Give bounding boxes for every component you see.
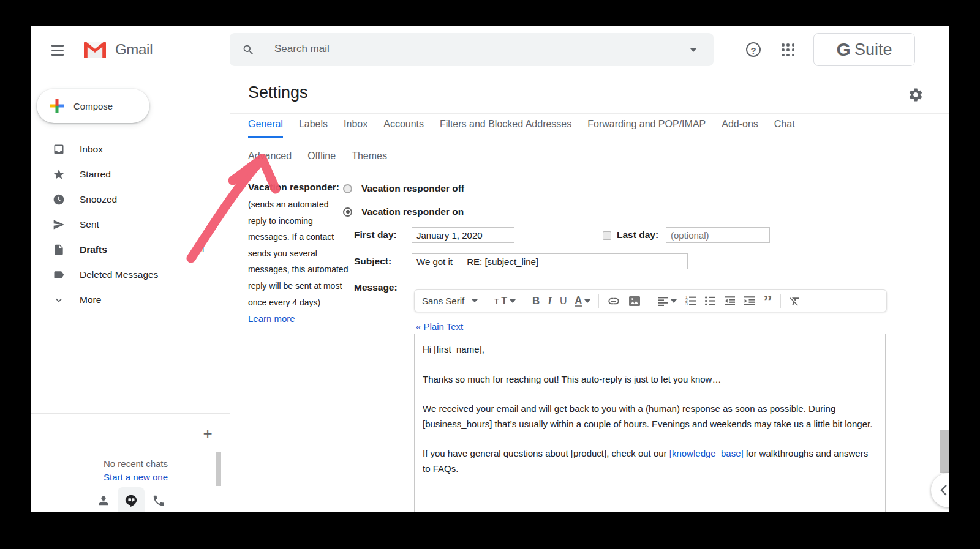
search-input[interactable]: Search mail <box>274 43 330 55</box>
tab-general[interactable]: General <box>248 119 283 138</box>
settings-gear-icon[interactable] <box>908 87 924 103</box>
chat-scrollbar-thumb[interactable] <box>216 452 221 486</box>
text-color-button[interactable]: A <box>575 296 590 307</box>
remove-formatting-icon <box>789 295 801 307</box>
gmail-wordmark: Gmail <box>115 41 153 58</box>
tab-chat[interactable]: Chat <box>774 119 795 138</box>
sidebar-item-label: Starred <box>80 169 230 180</box>
hamburger-menu-icon[interactable] <box>50 42 66 56</box>
tab-offline[interactable]: Offline <box>307 151 336 168</box>
learn-more-link[interactable]: Learn more <box>248 311 295 327</box>
plain-text-toggle-link[interactable]: « Plain Text <box>416 321 463 332</box>
align-caret-icon <box>671 299 677 303</box>
sidebar-item-snoozed[interactable]: Snoozed <box>31 187 230 212</box>
tab-forwarding[interactable]: Forwarding and POP/IMAP <box>587 119 706 138</box>
vacation-on-option[interactable]: Vacation responder on <box>343 206 464 217</box>
indent-increase-button[interactable] <box>744 295 755 307</box>
label-icon <box>53 269 65 281</box>
size-large-t: T <box>501 296 507 307</box>
sidebar-item-deleted-messages[interactable]: Deleted Messages <box>31 262 230 287</box>
page-scrollbar-thumb[interactable] <box>940 430 949 473</box>
tab-themes[interactable]: Themes <box>352 151 387 168</box>
size-caret-icon <box>510 299 516 303</box>
tabs-divider <box>230 177 949 177</box>
first-day-label: First day: <box>354 230 397 241</box>
indent-decrease-icon <box>724 295 736 307</box>
radio-on-icon[interactable] <box>343 207 352 217</box>
svg-text:3: 3 <box>685 302 688 306</box>
bulleted-list-button[interactable] <box>704 295 716 307</box>
tab-accounts[interactable]: Accounts <box>383 119 424 138</box>
formatting-toolbar: Sans Serif TT B I U A <box>414 289 887 312</box>
font-size-button[interactable]: TT <box>494 296 516 307</box>
italic-button[interactable]: I <box>548 295 552 307</box>
message-paragraph: Thanks so much for reaching out! This au… <box>423 372 875 387</box>
font-family-dropdown[interactable]: Sans Serif <box>422 296 478 306</box>
sidebar-item-inbox[interactable]: Inbox <box>31 136 230 162</box>
vacation-responder-label: Vacation responder: <box>248 179 349 195</box>
message-label: Message: <box>354 282 398 293</box>
search-options-caret-icon[interactable] <box>690 48 696 52</box>
settings-tabs-row2: Advanced Offline Themes <box>248 151 387 168</box>
message-body-editor[interactable]: Hi [first_name], Thanks so much for reac… <box>414 334 886 512</box>
vacation-responder-description: Vacation responder: (sends an automated … <box>248 179 349 327</box>
tab-advanced[interactable]: Advanced <box>248 151 292 168</box>
tab-addons[interactable]: Add-ons <box>722 119 758 138</box>
sidebar-item-more[interactable]: More <box>31 287 230 312</box>
bold-button[interactable]: B <box>532 295 540 307</box>
first-day-input[interactable] <box>412 227 514 243</box>
inbox-icon <box>53 143 65 155</box>
send-icon <box>53 218 65 231</box>
title-divider <box>230 113 949 114</box>
settings-tabs-row1: General Labels Inbox Accounts Filters an… <box>248 119 795 138</box>
remove-formatting-button[interactable] <box>789 295 801 307</box>
quote-button[interactable]: ” <box>763 296 772 306</box>
tab-labels[interactable]: Labels <box>299 119 328 138</box>
align-button[interactable] <box>657 296 677 307</box>
search-icon <box>242 43 255 56</box>
sidebar-item-drafts[interactable]: Drafts 1 <box>31 237 230 262</box>
contacts-person-icon[interactable] <box>97 494 110 507</box>
last-day-label: Last day: <box>617 230 658 241</box>
align-left-icon <box>657 296 668 307</box>
compose-button[interactable]: Compose <box>37 89 149 123</box>
indent-decrease-button[interactable] <box>724 295 736 307</box>
sidebar-item-label: Snoozed <box>80 194 230 205</box>
vacation-off-option[interactable]: Vacation responder off <box>343 183 464 194</box>
sidebar-item-label: Drafts <box>80 244 201 255</box>
subject-input[interactable] <box>412 253 688 269</box>
font-caret-icon <box>472 299 478 302</box>
sidebar-divider <box>31 413 230 414</box>
hangouts-icon[interactable] <box>124 494 138 507</box>
subject-label: Subject: <box>354 256 391 267</box>
last-day-checkbox[interactable] <box>603 231 611 240</box>
bulleted-list-icon <box>704 295 716 307</box>
tab-inbox[interactable]: Inbox <box>344 119 368 138</box>
insert-image-icon[interactable] <box>628 296 641 307</box>
chat-panel: No recent chats Start a new one <box>50 452 222 487</box>
vacation-responder-help-text: (sends an automated reply to incoming me… <box>248 196 349 310</box>
message-paragraph: We received your email and will get back… <box>423 401 875 431</box>
numbered-list-button[interactable]: 1 2 3 <box>685 295 696 307</box>
start-new-chat-link[interactable]: Start a new one <box>104 472 168 482</box>
sidebar-item-sent[interactable]: Sent <box>31 212 230 237</box>
sidebar-item-starred[interactable]: Starred <box>31 162 230 187</box>
compose-label: Compose <box>74 101 113 111</box>
help-icon[interactable]: ? <box>746 42 761 57</box>
gsuite-text: Suite <box>854 40 892 59</box>
sidebar-item-label: Deleted Messages <box>80 269 230 280</box>
apps-grid-icon[interactable] <box>782 43 795 57</box>
phone-icon[interactable] <box>152 494 165 507</box>
last-day-input[interactable] <box>666 227 770 243</box>
radio-off-icon[interactable] <box>343 184 352 193</box>
numbered-list-icon: 1 2 3 <box>685 295 696 307</box>
vacation-off-label: Vacation responder off <box>361 183 464 194</box>
tab-filters[interactable]: Filters and Blocked Addresses <box>440 119 571 138</box>
new-chat-plus-icon[interactable]: + <box>197 424 218 444</box>
insert-link-icon[interactable] <box>607 295 620 307</box>
collapse-panel-button[interactable] <box>931 473 949 507</box>
underline-button[interactable]: U <box>560 296 567 307</box>
search-bar[interactable]: Search mail <box>230 33 714 66</box>
knowledge-base-link[interactable]: [knowledge_base] <box>669 448 744 458</box>
gmail-window: Gmail Search mail ? G Suite Compose Inbo… <box>31 26 949 512</box>
